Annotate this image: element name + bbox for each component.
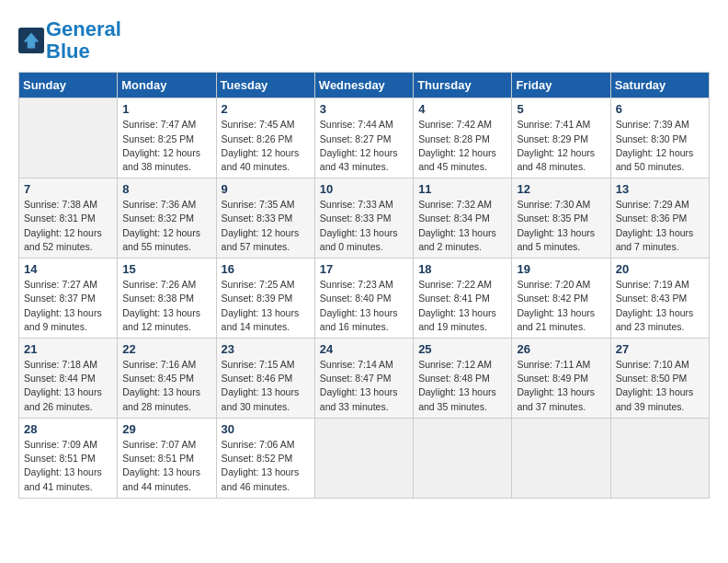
calendar-cell: 14Sunrise: 7:27 AM Sunset: 8:37 PM Dayli… — [19, 259, 118, 339]
calendar-cell — [414, 418, 512, 498]
day-info: Sunrise: 7:38 AM Sunset: 8:31 PM Dayligh… — [24, 198, 112, 254]
calendar-week-2: 7Sunrise: 7:38 AM Sunset: 8:31 PM Daylig… — [19, 178, 710, 259]
day-number: 26 — [517, 342, 605, 356]
calendar-week-3: 14Sunrise: 7:27 AM Sunset: 8:37 PM Dayli… — [19, 259, 710, 339]
calendar-cell: 18Sunrise: 7:22 AM Sunset: 8:41 PM Dayli… — [414, 259, 512, 339]
day-info: Sunrise: 7:33 AM Sunset: 8:33 PM Dayligh… — [320, 198, 408, 254]
day-info: Sunrise: 7:12 AM Sunset: 8:48 PM Dayligh… — [418, 358, 506, 414]
calendar-cell: 12Sunrise: 7:30 AM Sunset: 8:35 PM Dayli… — [512, 178, 610, 259]
calendar-cell: 28Sunrise: 7:09 AM Sunset: 8:51 PM Dayli… — [19, 418, 118, 498]
calendar-cell — [19, 98, 118, 178]
day-number: 20 — [616, 262, 704, 276]
calendar-cell: 24Sunrise: 7:14 AM Sunset: 8:47 PM Dayli… — [314, 339, 413, 419]
day-header-friday: Friday — [512, 73, 610, 98]
day-number: 6 — [616, 102, 704, 116]
day-number: 18 — [418, 262, 506, 276]
day-number: 22 — [122, 342, 210, 356]
calendar-cell: 10Sunrise: 7:33 AM Sunset: 8:33 PM Dayli… — [314, 178, 413, 259]
day-info: Sunrise: 7:11 AM Sunset: 8:49 PM Dayligh… — [517, 358, 605, 414]
logo: General Blue — [18, 18, 121, 63]
logo-icon — [18, 28, 44, 53]
calendar-cell: 5Sunrise: 7:41 AM Sunset: 8:29 PM Daylig… — [512, 98, 610, 178]
day-info: Sunrise: 7:32 AM Sunset: 8:34 PM Dayligh… — [418, 198, 506, 254]
day-number: 29 — [122, 422, 210, 436]
day-number: 13 — [616, 182, 704, 196]
calendar-cell: 6Sunrise: 7:39 AM Sunset: 8:30 PM Daylig… — [610, 98, 709, 178]
day-header-sunday: Sunday — [19, 73, 118, 98]
day-number: 23 — [222, 342, 310, 356]
calendar-cell: 20Sunrise: 7:19 AM Sunset: 8:43 PM Dayli… — [610, 259, 709, 339]
calendar-cell: 26Sunrise: 7:11 AM Sunset: 8:49 PM Dayli… — [512, 339, 610, 419]
day-info: Sunrise: 7:23 AM Sunset: 8:40 PM Dayligh… — [320, 278, 408, 334]
day-number: 14 — [24, 262, 112, 276]
calendar-cell: 4Sunrise: 7:42 AM Sunset: 8:28 PM Daylig… — [414, 98, 512, 178]
day-info: Sunrise: 7:41 AM Sunset: 8:29 PM Dayligh… — [517, 118, 605, 174]
day-number: 5 — [517, 102, 605, 116]
calendar-cell: 2Sunrise: 7:45 AM Sunset: 8:26 PM Daylig… — [216, 98, 314, 178]
day-number: 9 — [222, 182, 310, 196]
day-number: 11 — [418, 182, 506, 196]
day-info: Sunrise: 7:29 AM Sunset: 8:36 PM Dayligh… — [616, 198, 704, 254]
calendar-cell: 3Sunrise: 7:44 AM Sunset: 8:27 PM Daylig… — [314, 98, 413, 178]
day-info: Sunrise: 7:06 AM Sunset: 8:52 PM Dayligh… — [222, 438, 310, 494]
calendar-week-4: 21Sunrise: 7:18 AM Sunset: 8:44 PM Dayli… — [19, 339, 710, 419]
day-number: 16 — [222, 262, 310, 276]
day-info: Sunrise: 7:27 AM Sunset: 8:37 PM Dayligh… — [24, 278, 112, 334]
day-number: 19 — [517, 262, 605, 276]
calendar-cell: 29Sunrise: 7:07 AM Sunset: 8:51 PM Dayli… — [118, 418, 216, 498]
day-header-wednesday: Wednesday — [314, 73, 413, 98]
calendar-cell: 9Sunrise: 7:35 AM Sunset: 8:33 PM Daylig… — [216, 178, 314, 259]
day-info: Sunrise: 7:25 AM Sunset: 8:39 PM Dayligh… — [222, 278, 310, 334]
day-info: Sunrise: 7:26 AM Sunset: 8:38 PM Dayligh… — [122, 278, 210, 334]
calendar-cell: 7Sunrise: 7:38 AM Sunset: 8:31 PM Daylig… — [19, 178, 118, 259]
calendar-cell — [314, 418, 413, 498]
calendar-cell: 22Sunrise: 7:16 AM Sunset: 8:45 PM Dayli… — [118, 339, 216, 419]
day-number: 8 — [122, 182, 210, 196]
day-number: 1 — [122, 102, 210, 116]
day-number: 17 — [320, 262, 408, 276]
day-info: Sunrise: 7:09 AM Sunset: 8:51 PM Dayligh… — [24, 438, 112, 494]
day-info: Sunrise: 7:15 AM Sunset: 8:46 PM Dayligh… — [222, 358, 310, 414]
day-info: Sunrise: 7:42 AM Sunset: 8:28 PM Dayligh… — [418, 118, 506, 174]
day-number: 10 — [320, 182, 408, 196]
day-info: Sunrise: 7:18 AM Sunset: 8:44 PM Dayligh… — [24, 358, 112, 414]
day-info: Sunrise: 7:20 AM Sunset: 8:42 PM Dayligh… — [517, 278, 605, 334]
day-info: Sunrise: 7:36 AM Sunset: 8:32 PM Dayligh… — [122, 198, 210, 254]
day-info: Sunrise: 7:30 AM Sunset: 8:35 PM Dayligh… — [517, 198, 605, 254]
calendar-cell: 25Sunrise: 7:12 AM Sunset: 8:48 PM Dayli… — [414, 339, 512, 419]
day-info: Sunrise: 7:45 AM Sunset: 8:26 PM Dayligh… — [222, 118, 310, 174]
day-number: 15 — [122, 262, 210, 276]
day-info: Sunrise: 7:16 AM Sunset: 8:45 PM Dayligh… — [122, 358, 210, 414]
day-info: Sunrise: 7:14 AM Sunset: 8:47 PM Dayligh… — [320, 358, 408, 414]
day-number: 24 — [320, 342, 408, 356]
page-header: General Blue — [18, 18, 710, 63]
day-number: 2 — [222, 102, 310, 116]
day-number: 21 — [24, 342, 112, 356]
calendar-week-5: 28Sunrise: 7:09 AM Sunset: 8:51 PM Dayli… — [19, 418, 710, 498]
day-header-monday: Monday — [118, 73, 216, 98]
calendar-cell: 15Sunrise: 7:26 AM Sunset: 8:38 PM Dayli… — [118, 259, 216, 339]
day-info: Sunrise: 7:44 AM Sunset: 8:27 PM Dayligh… — [320, 118, 408, 174]
day-info: Sunrise: 7:10 AM Sunset: 8:50 PM Dayligh… — [616, 358, 704, 414]
calendar-header: SundayMondayTuesdayWednesdayThursdayFrid… — [19, 73, 710, 98]
calendar-cell: 13Sunrise: 7:29 AM Sunset: 8:36 PM Dayli… — [610, 178, 709, 259]
calendar-cell: 19Sunrise: 7:20 AM Sunset: 8:42 PM Dayli… — [512, 259, 610, 339]
calendar-cell — [610, 418, 709, 498]
day-number: 30 — [222, 422, 310, 436]
calendar-cell: 17Sunrise: 7:23 AM Sunset: 8:40 PM Dayli… — [314, 259, 413, 339]
day-header-saturday: Saturday — [610, 73, 709, 98]
calendar-cell: 8Sunrise: 7:36 AM Sunset: 8:32 PM Daylig… — [118, 178, 216, 259]
calendar-cell: 30Sunrise: 7:06 AM Sunset: 8:52 PM Dayli… — [216, 418, 314, 498]
calendar-week-1: 1Sunrise: 7:47 AM Sunset: 8:25 PM Daylig… — [19, 98, 710, 178]
day-info: Sunrise: 7:47 AM Sunset: 8:25 PM Dayligh… — [122, 118, 210, 174]
day-number: 28 — [24, 422, 112, 436]
calendar-table: SundayMondayTuesdayWednesdayThursdayFrid… — [18, 72, 710, 498]
calendar-cell: 16Sunrise: 7:25 AM Sunset: 8:39 PM Dayli… — [216, 259, 314, 339]
day-number: 3 — [320, 102, 408, 116]
day-info: Sunrise: 7:35 AM Sunset: 8:33 PM Dayligh… — [222, 198, 310, 254]
day-number: 7 — [24, 182, 112, 196]
calendar-cell — [512, 418, 610, 498]
day-number: 4 — [418, 102, 506, 116]
day-info: Sunrise: 7:07 AM Sunset: 8:51 PM Dayligh… — [122, 438, 210, 494]
day-header-tuesday: Tuesday — [216, 73, 314, 98]
